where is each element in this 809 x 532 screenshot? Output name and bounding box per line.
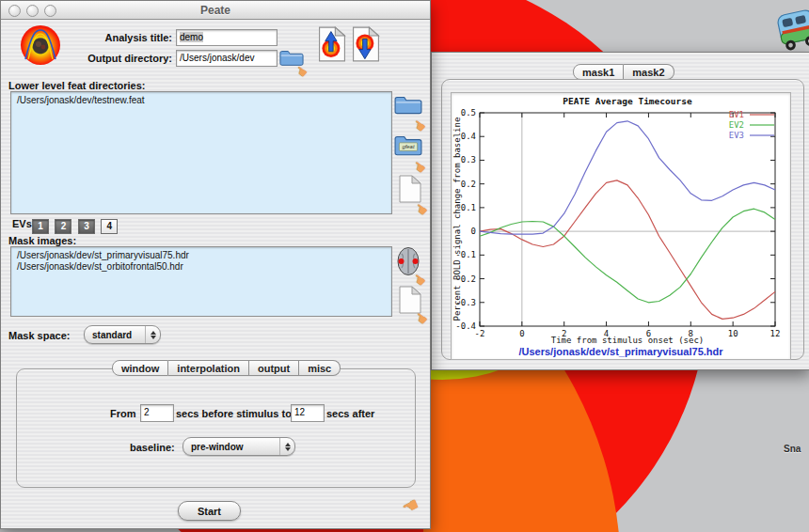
plot-window: mask1 mask2 -2024681012-0.4-0.3-0.2-0.10… xyxy=(431,52,809,370)
hand-cursor-icon: ☚ xyxy=(409,157,428,176)
svg-text:12: 12 xyxy=(770,329,781,338)
tab-mask1[interactable]: mask1 xyxy=(573,64,624,80)
mask-images-label: Mask images: xyxy=(8,235,76,246)
svg-text:EV2: EV2 xyxy=(729,120,744,130)
options-tabstrip: window interpolation output misc xyxy=(112,360,341,376)
popup-arrows-icon xyxy=(145,326,160,343)
ev-button-1[interactable]: 1 xyxy=(32,219,49,234)
remove-feat-directory-button[interactable]: ☚ xyxy=(396,175,424,211)
remove-mask-image-button[interactable]: ☚ xyxy=(396,286,424,320)
add-feat-directory-button[interactable]: ☚ xyxy=(393,93,423,125)
secs-before-input[interactable]: 2 xyxy=(140,404,174,422)
mask-tabstrip: mask1 mask2 xyxy=(573,64,674,80)
svg-text:0.5: 0.5 xyxy=(461,108,476,117)
desktop-icon-snapz-label[interactable]: Sna xyxy=(784,444,809,454)
peate-logo xyxy=(21,25,60,65)
svg-text:0: 0 xyxy=(519,329,524,338)
baseline-label: baseline: xyxy=(130,442,175,453)
svg-text:0.2: 0.2 xyxy=(461,180,476,189)
mask-space-popup[interactable]: standard xyxy=(84,325,161,344)
add-gfeat-directory-button[interactable]: gfeat ☚ xyxy=(393,133,423,166)
ev-button-3[interactable]: 3 xyxy=(78,219,95,234)
before-stimulus-label: secs before stimulus to xyxy=(176,408,292,419)
wallpaper-corner xyxy=(423,368,809,532)
analysis-title-label: Analysis title: xyxy=(57,32,172,43)
svg-text:0.4: 0.4 xyxy=(461,132,476,141)
start-button[interactable]: Start xyxy=(178,501,241,521)
tab-output[interactable]: output xyxy=(249,360,299,376)
browse-output-directory-button[interactable]: ☚ xyxy=(278,48,306,74)
window-title: Peate xyxy=(1,4,430,17)
load-setup-button[interactable] xyxy=(352,26,380,62)
svg-text:10: 10 xyxy=(728,329,738,338)
svg-text:0.1: 0.1 xyxy=(461,203,476,212)
tab-misc[interactable]: misc xyxy=(299,360,341,376)
secs-after-label: secs after xyxy=(326,408,374,419)
plot-file-path: /Users/jonask/dev/st_primaryvisual75.hdr xyxy=(452,346,790,357)
titlebar: Peate xyxy=(1,1,430,20)
tab-window[interactable]: window xyxy=(112,360,168,376)
svg-text:-2: -2 xyxy=(475,329,485,338)
svg-text:0.3: 0.3 xyxy=(461,155,476,164)
desktop: { "desktop": { "snapz_label": "Sna", "co… xyxy=(0,0,809,532)
tab-mask2[interactable]: mask2 xyxy=(624,64,674,80)
desktop-icon-van[interactable] xyxy=(770,2,809,59)
analysis-title-input[interactable]: demo xyxy=(176,29,278,46)
wallpaper-orange-circle xyxy=(423,368,621,532)
svg-text:EV3: EV3 xyxy=(729,131,744,140)
svg-text:-0.4: -0.4 xyxy=(455,321,476,331)
list-item[interactable]: /Users/jonask/dev/testnew.feat xyxy=(17,95,386,106)
output-directory-input[interactable]: /Users/jonask/dev xyxy=(176,50,278,67)
popup-arrows-icon xyxy=(279,438,294,455)
feat-directories-listbox[interactable]: /Users/jonask/dev/testnew.feat xyxy=(10,91,392,214)
list-item[interactable]: /Users/jonask/dev/st_orbitofrontal50.hdr xyxy=(17,261,386,273)
add-mask-image-button[interactable]: ☚ xyxy=(393,246,423,280)
save-setup-button[interactable] xyxy=(318,26,346,62)
timecourse-chart: -2024681012-0.4-0.3-0.2-0.100.10.20.30.4… xyxy=(452,93,790,359)
peate-window: Peate Analysis title: demo Output direct… xyxy=(0,0,431,529)
svg-text:PEATE Average Timecourse: PEATE Average Timecourse xyxy=(563,96,692,106)
svg-text:0: 0 xyxy=(471,227,476,236)
list-item[interactable]: /Users/jonask/dev/st_primaryvisual75.hdr xyxy=(17,250,386,261)
svg-text:Percent BOLD signal change fro: Percent BOLD signal change from baseline xyxy=(452,117,462,321)
svg-text:Time from stimulus onset (sec): Time from stimulus onset (sec) xyxy=(551,336,705,345)
baseline-popup[interactable]: pre-window xyxy=(182,437,295,456)
mask-space-label: Mask space: xyxy=(8,330,70,341)
hand-cursor-icon: ☚ xyxy=(400,494,422,518)
options-groupbox xyxy=(16,368,416,488)
tab-interpolation[interactable]: interpolation xyxy=(168,360,249,376)
svg-text:gfeat: gfeat xyxy=(402,144,414,149)
svg-text:EV1: EV1 xyxy=(729,110,744,119)
ev-button-2[interactable]: 2 xyxy=(55,219,71,234)
from-label: From xyxy=(110,408,136,419)
output-directory-label: Output directory: xyxy=(57,53,172,64)
ev-button-4[interactable]: 4 xyxy=(101,219,118,234)
secs-after-input[interactable]: 12 xyxy=(291,404,325,422)
plot-panel: -2024681012-0.4-0.3-0.2-0.100.10.20.30.4… xyxy=(451,92,791,360)
mask-images-listbox[interactable]: /Users/jonask/dev/st_primaryvisual75.hdr… xyxy=(10,246,392,317)
feat-directories-label: Lower level feat directories: xyxy=(8,80,146,91)
ev-button-group: 1 2 3 4 xyxy=(32,216,119,234)
